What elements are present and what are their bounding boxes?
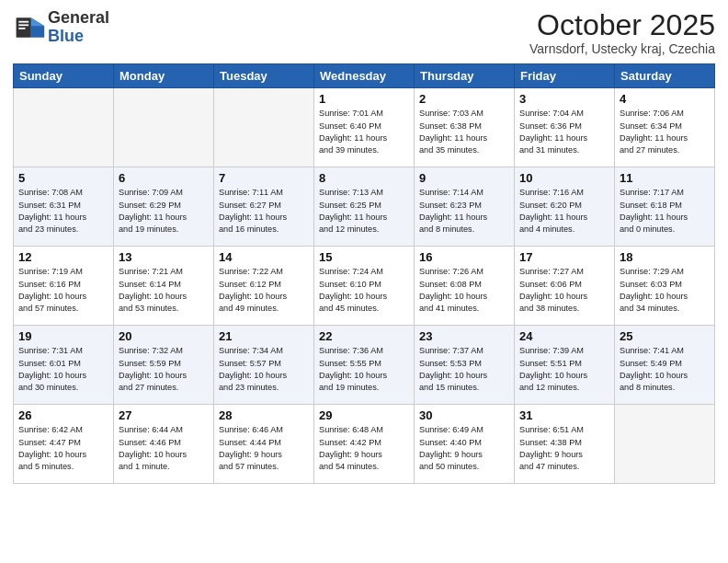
month-title: October 2025: [529, 9, 715, 41]
day-info: Sunrise: 6:46 AM Sunset: 4:44 PM Dayligh…: [219, 424, 309, 473]
svg-rect-6: [18, 28, 25, 29]
day-number: 21: [219, 329, 309, 343]
day-info: Sunrise: 7:26 AM Sunset: 6:08 PM Dayligh…: [419, 266, 509, 315]
day-number: 29: [319, 408, 409, 422]
day-number: 22: [319, 329, 409, 343]
day-number: 2: [419, 92, 509, 106]
day-number: 15: [319, 250, 409, 264]
calendar-cell-w2-d2: 6Sunrise: 7:09 AM Sunset: 6:29 PM Daylig…: [114, 167, 214, 247]
day-info: Sunrise: 7:29 AM Sunset: 6:03 PM Dayligh…: [620, 266, 710, 315]
day-number: 30: [419, 408, 509, 422]
calendar-cell-w5-d3: 28Sunrise: 6:46 AM Sunset: 4:44 PM Dayli…: [214, 405, 314, 484]
calendar-cell-w5-d1: 26Sunrise: 6:42 AM Sunset: 4:47 PM Dayli…: [14, 405, 114, 484]
week-row-3: 12Sunrise: 7:19 AM Sunset: 6:16 PM Dayli…: [14, 247, 715, 326]
calendar-cell-w5-d4: 29Sunrise: 6:48 AM Sunset: 4:42 PM Dayli…: [314, 405, 415, 484]
calendar-cell-w2-d1: 5Sunrise: 7:08 AM Sunset: 6:31 PM Daylig…: [14, 167, 114, 247]
day-info: Sunrise: 7:22 AM Sunset: 6:12 PM Dayligh…: [219, 266, 309, 315]
day-info: Sunrise: 6:48 AM Sunset: 4:42 PM Dayligh…: [319, 424, 409, 473]
day-info: Sunrise: 7:34 AM Sunset: 5:57 PM Dayligh…: [219, 345, 309, 394]
calendar-cell-w4-d5: 23Sunrise: 7:37 AM Sunset: 5:53 PM Dayli…: [415, 326, 515, 405]
week-row-4: 19Sunrise: 7:31 AM Sunset: 6:01 PM Dayli…: [14, 326, 715, 405]
calendar-cell-w2-d6: 10Sunrise: 7:16 AM Sunset: 6:20 PM Dayli…: [515, 167, 615, 247]
day-info: Sunrise: 7:24 AM Sunset: 6:10 PM Dayligh…: [319, 266, 409, 315]
day-number: 10: [519, 171, 609, 185]
day-info: Sunrise: 7:32 AM Sunset: 5:59 PM Dayligh…: [119, 345, 209, 394]
day-info: Sunrise: 7:09 AM Sunset: 6:29 PM Dayligh…: [119, 187, 209, 236]
calendar-cell-w4-d1: 19Sunrise: 7:31 AM Sunset: 6:01 PM Dayli…: [14, 326, 114, 405]
calendar-cell-w3-d5: 16Sunrise: 7:26 AM Sunset: 6:08 PM Dayli…: [415, 247, 515, 326]
week-row-5: 26Sunrise: 6:42 AM Sunset: 4:47 PM Dayli…: [14, 405, 715, 484]
day-number: 18: [620, 250, 710, 264]
calendar-table: Sunday Monday Tuesday Wednesday Thursday…: [13, 63, 715, 484]
calendar-cell-w3-d4: 15Sunrise: 7:24 AM Sunset: 6:10 PM Dayli…: [314, 247, 415, 326]
header-tuesday: Tuesday: [214, 64, 314, 88]
logo: General Blue: [13, 9, 109, 46]
calendar-cell-w4-d7: 25Sunrise: 7:41 AM Sunset: 5:49 PM Dayli…: [615, 326, 715, 405]
day-number: 3: [519, 92, 609, 106]
calendar-cell-w1-d5: 2Sunrise: 7:03 AM Sunset: 6:38 PM Daylig…: [415, 88, 515, 167]
day-info: Sunrise: 7:03 AM Sunset: 6:38 PM Dayligh…: [419, 108, 509, 156]
header: General Blue October 2025 Varnsdorf, Ust…: [13, 9, 715, 56]
calendar-cell-w1-d1: [14, 88, 114, 167]
calendar-cell-w4-d2: 20Sunrise: 7:32 AM Sunset: 5:59 PM Dayli…: [114, 326, 214, 405]
header-saturday: Saturday: [615, 64, 715, 88]
day-info: Sunrise: 7:13 AM Sunset: 6:25 PM Dayligh…: [319, 187, 409, 236]
day-info: Sunrise: 7:39 AM Sunset: 5:51 PM Dayligh…: [519, 345, 609, 394]
day-info: Sunrise: 7:31 AM Sunset: 6:01 PM Dayligh…: [18, 345, 108, 394]
header-sunday: Sunday: [14, 64, 114, 88]
day-number: 12: [18, 250, 108, 264]
location: Varnsdorf, Ustecky kraj, Czechia: [529, 41, 715, 56]
day-number: 5: [18, 171, 108, 185]
day-number: 23: [419, 329, 509, 343]
logo-blue-text: Blue: [48, 28, 109, 46]
day-number: 27: [119, 408, 209, 422]
logo-icon: [13, 11, 46, 44]
day-info: Sunrise: 7:01 AM Sunset: 6:40 PM Dayligh…: [319, 108, 409, 156]
day-number: 28: [219, 408, 309, 422]
weekday-header-row: Sunday Monday Tuesday Wednesday Thursday…: [14, 64, 715, 88]
day-number: 20: [119, 329, 209, 343]
logo-text: General Blue: [48, 9, 109, 46]
calendar-cell-w5-d5: 30Sunrise: 6:49 AM Sunset: 4:40 PM Dayli…: [415, 405, 515, 484]
day-number: 26: [18, 408, 108, 422]
calendar-cell-w4-d6: 24Sunrise: 7:39 AM Sunset: 5:51 PM Dayli…: [515, 326, 615, 405]
day-number: 14: [219, 250, 309, 264]
calendar-cell-w2-d3: 7Sunrise: 7:11 AM Sunset: 6:27 PM Daylig…: [214, 167, 314, 247]
day-info: Sunrise: 7:08 AM Sunset: 6:31 PM Dayligh…: [18, 187, 108, 236]
day-info: Sunrise: 7:14 AM Sunset: 6:23 PM Dayligh…: [419, 187, 509, 236]
day-info: Sunrise: 7:41 AM Sunset: 5:49 PM Dayligh…: [620, 345, 710, 394]
day-info: Sunrise: 6:49 AM Sunset: 4:40 PM Dayligh…: [419, 424, 509, 473]
day-number: 16: [419, 250, 509, 264]
calendar-cell-w5-d6: 31Sunrise: 6:51 AM Sunset: 4:38 PM Dayli…: [515, 405, 615, 484]
header-wednesday: Wednesday: [314, 64, 415, 88]
calendar-cell-w5-d7: [615, 405, 715, 484]
header-friday: Friday: [515, 64, 615, 88]
day-info: Sunrise: 7:04 AM Sunset: 6:36 PM Dayligh…: [519, 108, 609, 156]
calendar-cell-w5-d2: 27Sunrise: 6:44 AM Sunset: 4:46 PM Dayli…: [114, 405, 214, 484]
day-number: 31: [519, 408, 609, 422]
day-number: 7: [219, 171, 309, 185]
day-number: 8: [319, 171, 409, 185]
day-info: Sunrise: 7:06 AM Sunset: 6:34 PM Dayligh…: [620, 108, 710, 156]
calendar-cell-w4-d3: 21Sunrise: 7:34 AM Sunset: 5:57 PM Dayli…: [214, 326, 314, 405]
day-number: 24: [519, 329, 609, 343]
day-info: Sunrise: 7:36 AM Sunset: 5:55 PM Dayligh…: [319, 345, 409, 394]
calendar-cell-w1-d6: 3Sunrise: 7:04 AM Sunset: 6:36 PM Daylig…: [515, 88, 615, 167]
day-info: Sunrise: 7:19 AM Sunset: 6:16 PM Dayligh…: [18, 266, 108, 315]
logo-general-text: General: [48, 9, 109, 28]
calendar-cell-w4-d4: 22Sunrise: 7:36 AM Sunset: 5:55 PM Dayli…: [314, 326, 415, 405]
day-number: 9: [419, 171, 509, 185]
calendar-cell-w2-d7: 11Sunrise: 7:17 AM Sunset: 6:18 PM Dayli…: [615, 167, 715, 247]
day-number: 11: [620, 171, 710, 185]
day-info: Sunrise: 6:44 AM Sunset: 4:46 PM Dayligh…: [119, 424, 209, 473]
calendar-cell-w3-d7: 18Sunrise: 7:29 AM Sunset: 6:03 PM Dayli…: [615, 247, 715, 326]
day-number: 17: [519, 250, 609, 264]
day-info: Sunrise: 6:42 AM Sunset: 4:47 PM Dayligh…: [18, 424, 108, 473]
day-number: 1: [319, 92, 409, 106]
day-info: Sunrise: 7:16 AM Sunset: 6:20 PM Dayligh…: [519, 187, 609, 236]
calendar-cell-w1-d2: [114, 88, 214, 167]
day-number: 25: [620, 329, 710, 343]
calendar-cell-w1-d7: 4Sunrise: 7:06 AM Sunset: 6:34 PM Daylig…: [615, 88, 715, 167]
calendar-cell-w1-d3: [214, 88, 314, 167]
svg-rect-4: [18, 21, 28, 23]
